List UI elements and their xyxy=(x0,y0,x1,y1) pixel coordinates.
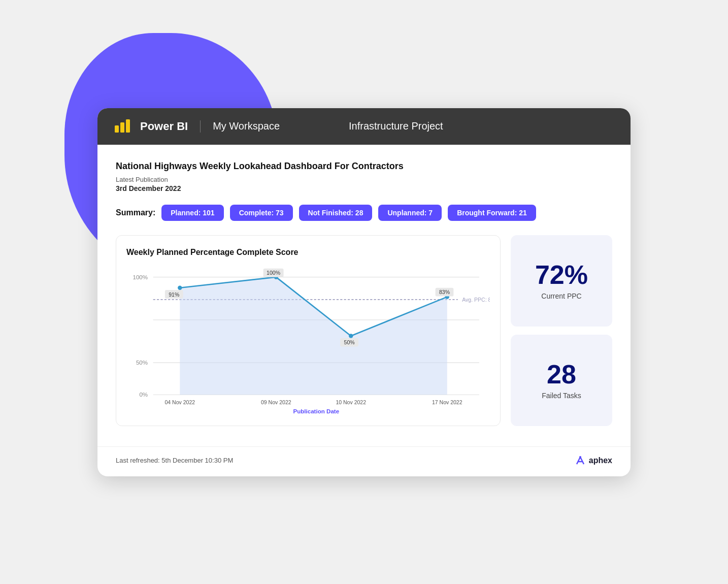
svg-text:09 Nov 2022: 09 Nov 2022 xyxy=(261,399,291,405)
kpi-failed-value: 28 xyxy=(547,361,576,387)
summary-label: Summary: xyxy=(116,208,155,217)
kpi-card-ppc: 72% Current PPC xyxy=(511,235,612,327)
chart-svg-wrapper: 100% 50% 0% Avg. PPC: 81% xyxy=(126,265,490,417)
svg-marker-12 xyxy=(180,277,447,395)
topbar-separator xyxy=(200,120,201,133)
kpi-ppc-value: 72% xyxy=(535,262,588,288)
publication-label: Latest Publication xyxy=(116,176,612,183)
chart-svg: 100% 50% 0% Avg. PPC: 81% xyxy=(126,265,490,417)
svg-text:Avg. PPC: 81%: Avg. PPC: 81% xyxy=(462,297,490,303)
kpi-column: 72% Current PPC 28 Failed Tasks xyxy=(511,235,612,426)
summary-row: Summary: Planned: 101 Complete: 73 Not F… xyxy=(116,205,612,221)
outer-wrapper: Power BI My Workspace Infrastructure Pro… xyxy=(85,63,643,521)
badge-complete[interactable]: Complete: 73 xyxy=(230,205,293,221)
svg-text:50%: 50% xyxy=(344,339,355,345)
svg-point-15 xyxy=(349,334,353,338)
svg-rect-0 xyxy=(115,125,119,133)
svg-text:83%: 83% xyxy=(439,289,450,295)
powerbi-icon xyxy=(114,117,132,136)
chart-title: Weekly Planned Percentage Complete Score xyxy=(126,248,490,257)
main-card: Power BI My Workspace Infrastructure Pro… xyxy=(97,108,631,476)
svg-text:Publication Date: Publication Date xyxy=(293,408,339,414)
kpi-failed-label: Failed Tasks xyxy=(542,392,581,400)
badge-planned[interactable]: Planned: 101 xyxy=(161,205,223,221)
svg-text:10 Nov 2022: 10 Nov 2022 xyxy=(336,399,366,405)
svg-text:0%: 0% xyxy=(139,392,148,398)
svg-text:100%: 100% xyxy=(133,274,148,280)
svg-text:50%: 50% xyxy=(136,360,148,366)
svg-point-30 xyxy=(579,456,581,458)
dashboard-title: National Highways Weekly Lookahead Dashb… xyxy=(116,161,612,172)
footer: Last refreshed: 5th December 10:30 PM ap… xyxy=(97,446,631,476)
aphex-logo-text: aphex xyxy=(589,456,612,465)
publication-date: 3rd December 2022 xyxy=(116,184,612,192)
charts-row: Weekly Planned Percentage Complete Score… xyxy=(116,235,612,426)
svg-text:100%: 100% xyxy=(267,270,280,276)
topbar-workspace: My Workspace xyxy=(213,120,280,132)
svg-text:17 Nov 2022: 17 Nov 2022 xyxy=(432,399,462,405)
main-content: National Highways Weekly Lookahead Dashb… xyxy=(97,145,631,436)
topbar-brand: Power BI xyxy=(140,120,188,133)
badge-brought-forward[interactable]: Brought Forward: 21 xyxy=(448,205,536,221)
topbar-project: Infrastructure Project xyxy=(349,120,443,132)
badge-unplanned[interactable]: Unplanned: 7 xyxy=(378,205,442,221)
svg-point-13 xyxy=(178,285,182,289)
badge-not-finished[interactable]: Not Finished: 28 xyxy=(299,205,373,221)
kpi-card-failed: 28 Failed Tasks xyxy=(511,335,612,426)
svg-text:04 Nov 2022: 04 Nov 2022 xyxy=(164,399,195,405)
footer-refresh-text: Last refreshed: 5th December 10:30 PM xyxy=(116,457,233,464)
kpi-ppc-label: Current PPC xyxy=(541,292,581,300)
svg-rect-2 xyxy=(126,119,130,133)
svg-text:91%: 91% xyxy=(169,291,179,297)
aphex-logo-icon xyxy=(575,455,586,466)
topbar: Power BI My Workspace Infrastructure Pro… xyxy=(97,108,631,145)
svg-rect-1 xyxy=(120,122,124,133)
aphex-logo: aphex xyxy=(575,455,612,466)
chart-panel: Weekly Planned Percentage Complete Score… xyxy=(116,235,501,426)
